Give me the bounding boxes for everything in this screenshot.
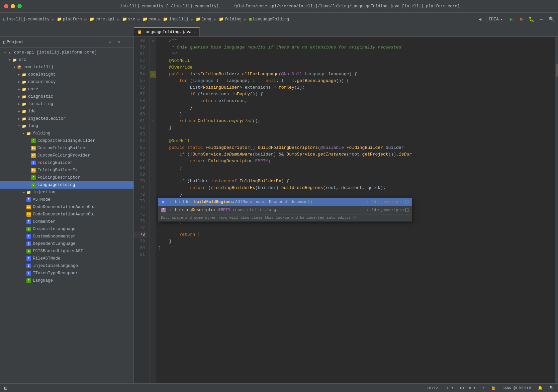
breadcrumb-folding[interactable]: 📁 folding	[219, 17, 242, 22]
tree-label-ci: codeInsight	[28, 72, 56, 77]
tree-item-CompositeLanguage[interactable]: ▶ C CompositeLanguage	[0, 225, 133, 233]
ac-hint-link[interactable]: >>	[353, 216, 357, 220]
class-icon-fcts: C	[26, 249, 31, 254]
tree-label-cda2: CodeDocumentationAwareCo…	[33, 212, 96, 217]
line-78: 78	[134, 231, 147, 238]
gutter-72	[150, 191, 156, 198]
tree-item-core-api[interactable]: ▾ ◧ core-api [intellij.platform.core]	[0, 49, 133, 56]
gutter-53	[150, 64, 156, 71]
breadcrumb-src[interactable]: 📁 src	[122, 17, 135, 22]
expand-arrow-ci: ▶	[17, 72, 21, 77]
line-75: 75	[134, 211, 147, 218]
tree-item-formatting[interactable]: ▶ 📁 formatting	[0, 100, 133, 108]
tree-item-CDA2[interactable]: ▶ iC CodeDocumentationAwareCo…	[0, 211, 133, 218]
idea-dropdown[interactable]: IDEA ▾	[486, 16, 505, 23]
editor-content[interactable]: 49 50 51 52 53 54 55 56 57 58 59 60 61 6…	[134, 37, 558, 383]
tree-item-CustomUncommenter[interactable]: ▶ I CustomUncommenter	[0, 233, 133, 240]
search-button[interactable]: 🔍	[547, 15, 555, 23]
encoding[interactable]: UTF-8 ▾	[459, 385, 477, 390]
tree-item-CDA1[interactable]: ▶ iC CodeDocumentationAwareCo…	[0, 203, 133, 211]
build-button[interactable]: ⚙	[517, 15, 525, 23]
tab-close-button[interactable]: ✕	[193, 30, 195, 34]
tree-label-com: com.intellij	[23, 65, 54, 70]
tree-label-src: src	[19, 58, 26, 62]
breadcrumb-platform[interactable]: 📁 platform	[57, 17, 82, 22]
gutter-62	[150, 124, 156, 131]
debug-button[interactable]: 🐛	[527, 15, 535, 23]
tree-item-concurrency[interactable]: ▶ 📁 concurrency	[0, 78, 133, 86]
sidebar-icons: ⊙ ⚙ —	[107, 39, 131, 45]
hide-sidebar-button[interactable]: —	[124, 39, 131, 45]
tree-item-DependentLanguage[interactable]: ▶ I DependentLanguage	[0, 240, 133, 248]
tree-item-FileASTNode[interactable]: ▶ I FileASTNode	[0, 255, 133, 262]
class-icon-fd: C	[31, 175, 36, 180]
settings-icon[interactable]: ⚙	[115, 39, 122, 45]
back-button[interactable]: ◀	[476, 15, 484, 23]
tree-item-diagnostic[interactable]: ▶ 📁 diagnostic	[0, 93, 133, 100]
folder-icon-lang: 📁	[21, 123, 27, 129]
breadcrumb-lang[interactable]: 📁 lang	[196, 17, 211, 22]
indent-button[interactable]: ⇥	[481, 385, 486, 390]
window-controls[interactable]	[4, 4, 22, 8]
class-icon-lang: C	[26, 278, 31, 283]
ac-item-EMPTY[interactable]: f ⬦ FoldingDescriptor.EMPTY (com.intelli…	[158, 206, 412, 214]
git-info[interactable]: CSDN @Finbird	[501, 386, 533, 390]
tree-item-LanguageFolding[interactable]: ▶ C LanguageFolding	[0, 181, 133, 189]
lock-icon[interactable]: 🔒	[490, 385, 497, 390]
breadcrumb-intellij[interactable]: 📁 intellij	[163, 17, 188, 22]
tree-item-src[interactable]: ▾ 📁 src	[0, 56, 133, 64]
vertical-scrollbar[interactable]	[555, 37, 558, 383]
tree-item-ASTNode[interactable]: ▶ I ASTNode	[0, 196, 133, 203]
gutter-70	[150, 178, 156, 185]
settings-button[interactable]: ⋯	[537, 15, 545, 23]
ac-field-icon2: ⬦	[168, 207, 173, 213]
iface-icon-dl: I	[26, 241, 31, 247]
run-button[interactable]: ▶	[507, 15, 515, 23]
tree-item-ide[interactable]: ▶ 📁 ide	[0, 108, 133, 115]
ac-item-buildFoldRegions[interactable]: m ⬦ builder.buildFoldRegions(ASTNode nod…	[158, 198, 412, 206]
tree-label-injection: injection	[33, 190, 56, 195]
scrollbar-thumb[interactable]	[556, 64, 558, 77]
breadcrumb-com[interactable]: 📁 com	[143, 17, 156, 22]
tree-item-FoldingBuilder[interactable]: ▶ I FoldingBuilder	[0, 159, 133, 167]
tree-item-CustomFoldingProvider[interactable]: ▶ iC CustomFoldingProvider	[0, 152, 133, 159]
tree-item-lang[interactable]: ▾ 📁 lang	[0, 122, 133, 130]
tree-item-folding[interactable]: ▾ 📁 folding	[0, 130, 133, 137]
tree-item-ITokenTypeRemapper[interactable]: ▶ I ITokenTypeRemapper	[0, 270, 133, 277]
tree-item-com-intellij[interactable]: ▾ 📦 com.intellij	[0, 64, 133, 71]
tree-item-Language[interactable]: ▶ C Language	[0, 277, 133, 284]
tree-item-CustomFoldingBuilder[interactable]: ▶ iC CustomFoldingBuilder	[0, 144, 133, 152]
close-button[interactable]	[4, 4, 8, 8]
breadcrumb-class[interactable]: C LanguageFolding	[249, 17, 289, 22]
tree-item-injected[interactable]: ▶ 📁 injected.editor	[0, 115, 133, 122]
expand-arrow: ▾	[3, 50, 7, 55]
maximize-button[interactable]	[17, 4, 22, 8]
tree-item-FoldingDescriptor[interactable]: ▶ C FoldingDescriptor	[0, 174, 133, 181]
sidebar-toggle-button[interactable]: ◧	[3, 385, 8, 391]
tree-item-injection[interactable]: ▶ 📁 injection	[0, 189, 133, 196]
breadcrumb-project[interactable]: ◧ intellij-community	[3, 17, 50, 22]
gutter-76	[150, 218, 156, 225]
tree-item-core[interactable]: ▶ 📁 core	[0, 86, 133, 93]
tree-item-codeInsight[interactable]: ▶ 📁 codeInsight	[0, 71, 133, 78]
minimize-button[interactable]	[11, 4, 15, 8]
notifications[interactable]: 🔔	[537, 385, 544, 390]
tree-item-FoldingBuilderEx[interactable]: ▶ iC FoldingBuilderEx	[0, 167, 133, 174]
line-52: 52	[134, 58, 147, 64]
tree-label-ide: ide	[28, 109, 36, 114]
tree-item-FCTS[interactable]: ▶ C FCTSBackedLighterAST	[0, 248, 133, 255]
line-numbers: 49 50 51 52 53 54 55 56 57 58 59 60 61 6…	[134, 37, 150, 383]
breadcrumb-label-folding: folding	[225, 17, 242, 22]
tree-item-Commenter[interactable]: ▶ I Commenter	[0, 218, 133, 225]
breadcrumb-core-api[interactable]: 📁 core-api	[89, 17, 115, 22]
search-status[interactable]: 🔍	[548, 385, 555, 390]
statusbar-right: 78:12 LF ▾ UTF-8 ▾ ⇥ 🔒 CSDN @Finbird 🔔 🔍	[426, 385, 555, 390]
cursor-position[interactable]: 78:12	[426, 386, 439, 390]
tree-item-InjectableLanguage[interactable]: ▶ I InjectableLanguage	[0, 262, 133, 270]
tree-item-CompositeFoldingBuilder[interactable]: ▶ C CompositeFoldingBuilder	[0, 137, 133, 144]
project-tree: ▾ ◧ core-api [intellij.platform.core] ▾ …	[0, 47, 133, 383]
line-ending[interactable]: LF ▾	[443, 385, 455, 390]
scope-button[interactable]: ⊙	[107, 39, 113, 45]
tab-languagefolding[interactable]: J LanguageFolding.java ✕	[134, 27, 200, 36]
window-title: intellij-community [~/intellij-community…	[26, 4, 554, 9]
